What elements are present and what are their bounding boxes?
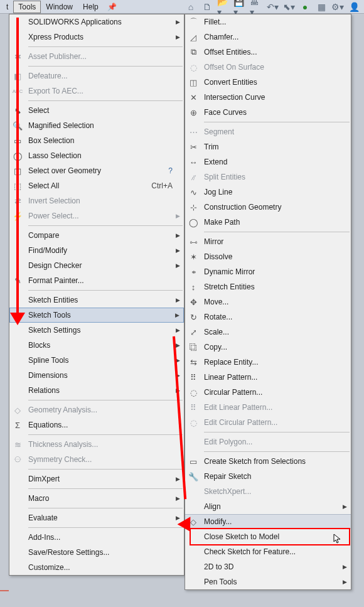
tools-item-compare[interactable]: Compare▶ [9,228,184,243]
flyout-arrow-icon: ▶ [176,387,180,394]
tools-item-save-restore-settings[interactable]: Save/Restore Settings... [9,545,184,560]
sketchtools-item-linear-pattern[interactable]: ⠿Linear Pattern... [185,370,351,385]
menu-item-label: SketchXpert... [201,487,351,496]
open-icon[interactable]: 📂▾ [217,1,230,13]
save-icon[interactable]: 💾▾ [233,1,246,13]
move-icon: ✥ [188,297,198,307]
tools-item-format-painter[interactable]: ✎Format Painter... [9,273,184,288]
sketchtools-item-offset-entities[interactable]: ⧉Offset Entities... [185,45,351,60]
tools-item-dimxpert[interactable]: DimXpert▶ [9,471,184,486]
tools-item-sketch-tools[interactable]: Sketch Tools▶ [9,308,184,323]
tools-item-select[interactable]: ⬉Select [9,103,184,118]
menu-item-label: Sketch Tools [26,311,183,320]
flyout-arrow-icon: ▶ [176,297,180,303]
tools-item-macro[interactable]: Macro▶ [9,491,184,506]
dissolve-icon: ✶ [188,252,198,262]
tools-item-relations[interactable]: Relations▶ [9,383,184,398]
menu-item-label: Compare [26,231,184,240]
sketchtools-item-chamfer[interactable]: ◿Chamfer... [185,30,351,45]
sketchtools-item-replace-entity[interactable]: ⇆Replace Entity... [185,355,351,370]
sketchtools-item-face-curves[interactable]: ⊕Face Curves [185,105,351,120]
sketchtools-item-rotate[interactable]: ↻Rotate... [185,309,351,325]
flyout-arrow-icon: ▶ [176,327,180,333]
shortcut-label: Ctrl+A [151,181,184,190]
tools-item-invert-selection: ⇄Invert Selection [9,193,184,208]
menu-item-window[interactable]: Window [41,1,78,13]
menu-item-label: Make Path [201,218,351,227]
sketchtools-item-move[interactable]: ✥Move... [185,294,351,309]
flyout-arrow-icon: ▶ [176,213,180,219]
tools-item-solidworks-applications[interactable]: SOLIDWORKS Applications▶ [9,14,184,30]
tools-item-evaluate[interactable]: Evaluate▶ [9,510,184,525]
menu-item-label: Select over Geometry [26,166,168,175]
sketchtools-item-scale[interactable]: ⤢Scale... [185,325,351,340]
settings-icon[interactable]: ⚙▾ [331,1,344,13]
sketchtools-item-stretch-entities[interactable]: ↕Stretch Entities [185,279,351,294]
menu-item-help[interactable]: Help [78,1,104,13]
sketchtools-item-construction-geometry[interactable]: ⊹Construction Geometry [185,200,351,215]
sketchtools-item-mirror[interactable]: ⧟Mirror [185,234,351,249]
sketchtools-item-edit-linear-pattern: ⠿Edit Linear Pattern... [185,400,351,415]
sketchtools-item-create-sketch-from-selections[interactable]: ▭Create Sketch from Selections [185,454,351,469]
tools-item-equations[interactable]: ΣEquations... [9,417,184,432]
tools-item-box-selection[interactable]: ▭Box Selection [9,133,184,148]
sketchtools-item-copy[interactable]: ⿻Copy... [185,340,351,355]
sketchtools-item-pen-tools[interactable]: Pen Tools▶ [185,574,351,589]
menu-item-t[interactable]: t [1,1,13,13]
menu-item-tools[interactable]: Tools [13,1,41,13]
rebuild-icon[interactable]: ● [299,1,311,13]
sketchtools-item-close-sketch-to-model[interactable]: Close Sketch to Model [185,529,351,544]
sketchtools-item-extend[interactable]: ↔Extend [185,154,351,169]
sketchtools-item-align[interactable]: Align▶ [185,499,351,514]
sketchtools-item-repair-sketch[interactable]: 🔧Repair Sketch [185,469,351,484]
user-icon[interactable]: 👤 [348,1,360,13]
sketchtools-item-dissolve[interactable]: ✶Dissolve [185,249,351,264]
sketchtools-item-jog-line[interactable]: ∿Jog Line [185,185,351,200]
tools-item-spline-tools[interactable]: Spline Tools▶ [9,353,184,368]
sym-icon: ⦵ [13,454,23,465]
tools-item-select-over-geometry[interactable]: ◫Select over Geometry? [9,163,184,178]
sketchtools-item-check-sketch-for-feature[interactable]: Check Sketch for Feature... [185,544,351,559]
tools-item-sketch-settings[interactable]: Sketch Settings▶ [9,323,184,338]
sketchtools-item-make-path[interactable]: ◯Make Path [185,215,351,230]
menu-item-label: Segment [201,127,351,136]
undo-icon[interactable]: ↶▾ [266,1,279,13]
defeature-icon: ◧ [13,71,23,81]
tools-item-sketch-entities[interactable]: Sketch Entities▶ [9,293,184,308]
menu-item-label: Customize... [26,563,184,572]
flyout-arrow-icon: ▶ [176,232,180,239]
sketchtools-item-trim[interactable]: ✂Trim [185,139,351,154]
menu-item-label: Scale... [201,328,351,336]
print-icon[interactable]: 🖶▾ [250,1,262,13]
main-toolbar: ⌂ 🗋 📂▾ 💾▾ 🖶▾ ↶▾ ⬉▾ ● ▦ ⚙▾ 👤 [185,1,364,13]
tools-item-find-modify[interactable]: Find/Modify▶ [9,243,184,258]
select-icon[interactable]: ⬉▾ [282,1,295,13]
tools-item-add-ins[interactable]: Add-Ins... [9,530,184,545]
help-icon[interactable]: ? [168,166,184,175]
sketchtools-item-modify[interactable]: ◇Modify... [185,514,351,529]
menu-item-label: Geometry Analysis... [26,406,184,414]
new-icon[interactable]: 🗋 [201,1,213,13]
tools-item-dimensions[interactable]: Dimensions▶ [9,368,184,383]
menubar: t Tools Window Help 📌 ⌂ 🗋 📂▾ 💾▾ 🖶▾ ↶▾ ⬉▾… [0,0,364,14]
sketchtools-item-convert-entities[interactable]: ◫Convert Entities [185,75,351,90]
tools-item-xpress-products[interactable]: Xpress Products▶ [9,30,184,45]
sketchtools-item-intersection-curve[interactable]: ✕Intersection Curve [185,90,351,105]
menu-item-label: Mirror [201,237,351,246]
tools-item-select-all[interactable]: ⬚Select AllCtrl+A [9,178,184,193]
tools-item-blocks[interactable]: Blocks▶ [9,338,184,353]
menu-item-label: DimXpert [26,475,184,483]
home-icon[interactable]: ⌂ [185,1,197,13]
sketchtools-item-circular-pattern[interactable]: ◌Circular Pattern... [185,385,351,400]
sketchtools-item-dynamic-mirror[interactable]: ⧞Dynamic Mirror [185,264,351,279]
options-icon[interactable]: ▦ [315,1,328,13]
tools-item-design-checker[interactable]: Design Checker▶ [9,258,184,273]
tools-item-lasso-selection[interactable]: ◯Lasso Selection [9,148,184,163]
tools-item-customize[interactable]: Customize... [9,560,184,575]
tools-item-magnified-selection[interactable]: 🔍Magnified Selection [9,118,184,133]
sketchtools-item-fillet[interactable]: ⌒Fillet... [185,14,351,30]
sketchtools-item-2d-to-3d[interactable]: 2D to 3D▶ [185,559,351,574]
pin-icon[interactable]: 📌 [107,3,117,11]
modify-icon: ◇ [188,517,198,527]
menu-item-label: Close Sketch to Model [201,532,351,541]
